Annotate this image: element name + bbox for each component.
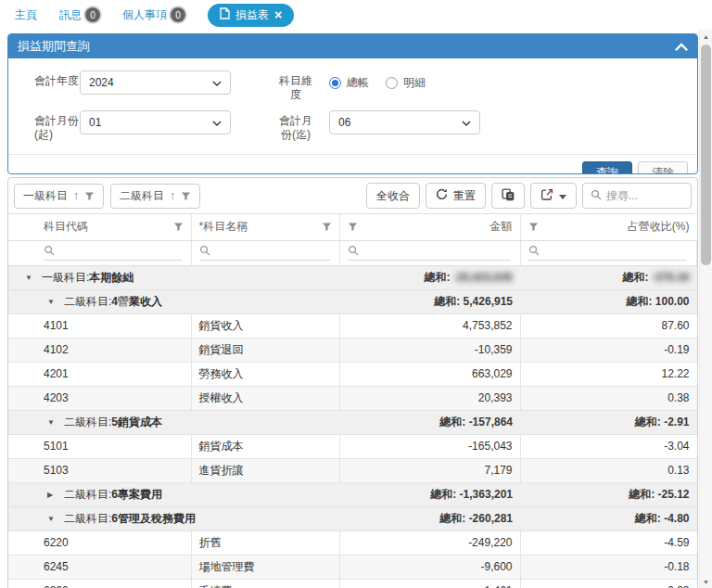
sort-up-icon[interactable]: ↑ <box>73 189 79 202</box>
column-label: 科目代碼 <box>44 219 88 235</box>
close-icon[interactable]: × <box>274 8 282 21</box>
panel-header[interactable]: 損益期間查詢 <box>8 34 697 58</box>
column-label: 金額 <box>490 219 513 235</box>
scrollbar-thumb[interactable] <box>701 45 711 265</box>
group-name: 6管理及稅務費用 <box>111 511 196 527</box>
group-sum-pct: 總和: -2.91 <box>520 410 697 434</box>
export-button[interactable] <box>530 183 577 209</box>
group-name: 本期餘絀 <box>89 270 134 286</box>
column-filter-input-2[interactable] <box>362 243 511 256</box>
group-chip-1[interactable]: 二級科目↑ <box>110 184 200 209</box>
table-row[interactable]: 5103進貨折讓7,1790.13 <box>8 458 697 482</box>
radio-selected-icon[interactable] <box>329 77 341 89</box>
query-button[interactable]: 查詢 <box>582 161 632 174</box>
group-row[interactable]: ▼二級科目: 5銷貨成本總和: -157,864總和: -2.91 <box>8 410 697 434</box>
header-row: 科目代碼*科目名稱金額占營收比(%) <box>8 214 697 240</box>
report-table: 科目代碼*科目名稱金額占營收比(%) ▼一級科目: 本期餘絀總和: -20,42… <box>8 214 697 588</box>
column-filter-input-1[interactable] <box>214 243 330 256</box>
cell-revenue-pct: -0.03 <box>520 579 697 588</box>
column-filter-input-3[interactable] <box>543 243 688 256</box>
radio-option-detail[interactable]: 明細 <box>386 75 426 91</box>
collapse-group-icon[interactable]: ▼ <box>47 515 64 523</box>
panel-title: 損益期間查詢 <box>18 38 90 55</box>
radio-unselected-icon[interactable] <box>386 77 398 89</box>
filter-icon[interactable] <box>181 191 191 201</box>
scroll-up-icon[interactable]: ▲ <box>700 33 712 40</box>
column-header-1[interactable]: *科目名稱 <box>191 214 339 240</box>
group-row[interactable]: ▼二級科目: 4營業收入總和: 5,426,915總和: 100.00 <box>8 289 697 313</box>
cell-amount: 4,753,852 <box>339 313 520 338</box>
year-select[interactable]: 2024 <box>80 70 231 95</box>
collapse-group-icon[interactable]: ▼ <box>25 274 42 282</box>
table-row[interactable]: 5101銷貨成本-165,043-3.04 <box>8 434 697 458</box>
tab-item-3-active[interactable]: 損益表× <box>208 4 294 27</box>
collapse-all-button[interactable]: 全收合 <box>366 183 420 209</box>
column-header-2[interactable]: 金額 <box>339 214 520 240</box>
collapse-group-icon[interactable]: ▼ <box>47 298 64 306</box>
panel-actions: 查詢 清除 <box>8 154 697 174</box>
table-row[interactable]: 4201勞務收入663,02912.22 <box>8 362 697 386</box>
year-label: 會計年度 <box>34 70 80 88</box>
table-row[interactable]: 6245場地管理費-9,600-0.18 <box>8 555 697 579</box>
grid-search <box>582 183 692 209</box>
filter-icon[interactable] <box>528 222 539 232</box>
group-row[interactable]: ▼二級科目: 6管理及稅務費用總和: -260,281總和: -4.80 <box>8 506 697 530</box>
export-icon <box>540 188 553 204</box>
filter-cell-1 <box>191 240 339 265</box>
grid-tools: 全收合 重置 <box>366 183 692 209</box>
tab-item-2[interactable]: 個人事項0 <box>122 7 185 23</box>
month-to-value: 06 <box>338 116 350 129</box>
filter-cell-3 <box>520 240 697 265</box>
cell-amount: -249,220 <box>339 530 520 555</box>
tab-item-0[interactable]: 主頁 <box>15 7 37 23</box>
cell-amount: -10,359 <box>339 338 520 362</box>
radio-option-ledger[interactable]: 總帳 <box>329 75 369 91</box>
filter-icon[interactable] <box>173 222 184 232</box>
column-filter-input-0[interactable] <box>58 243 182 256</box>
group-chip-0[interactable]: 一級科目↑ <box>14 184 104 209</box>
reset-button[interactable]: 重置 <box>426 183 486 209</box>
column-label: 占營收比(%) <box>628 219 690 235</box>
radio-label: 總帳 <box>347 75 369 91</box>
search-icon <box>199 245 210 256</box>
query-panel: 損益期間查詢 會計年度 2024 科目維度 總帳 明細 <box>7 33 698 174</box>
expand-group-icon[interactable]: ▶ <box>47 491 64 499</box>
month-to-select[interactable]: 06 <box>329 110 480 134</box>
table-body: ▼一級科目: 本期餘絀總和: -20,423,635總和: -376.34▼二級… <box>8 265 697 588</box>
search-input[interactable] <box>606 189 683 202</box>
cell-account-name: 進貨折讓 <box>191 458 339 482</box>
document-icon <box>220 7 230 22</box>
group-row[interactable]: ▶二級科目: 6專案費用總和: -1,363,201總和: -25.12 <box>8 482 697 506</box>
table-row[interactable]: 4101銷貨收入4,753,85287.60 <box>8 313 697 338</box>
column-header-0[interactable]: 科目代碼 <box>8 214 191 240</box>
clear-button[interactable]: 清除 <box>638 161 688 174</box>
tab-item-1[interactable]: 訊息0 <box>59 7 100 23</box>
copy-icon <box>502 188 515 204</box>
month-from-select[interactable]: 01 <box>80 110 231 134</box>
table-row[interactable]: 4102銷貨退回-10,359-0.19 <box>8 338 697 362</box>
cell-account-name: 銷貨收入 <box>191 313 339 338</box>
cell-revenue-pct: 12.22 <box>520 362 697 386</box>
vertical-scrollbar[interactable]: ▲ ▼ <box>699 30 712 588</box>
scroll-down-icon[interactable]: ▼ <box>700 579 712 585</box>
sort-up-icon[interactable]: ↑ <box>170 189 175 202</box>
group-row[interactable]: ▼一級科目: 本期餘絀總和: -20,423,635總和: -376.34 <box>8 265 697 289</box>
panel-body: 會計年度 2024 科目維度 總帳 明細 會計月份(起) 01 <box>8 58 697 173</box>
collapse-group-icon[interactable]: ▼ <box>47 418 64 427</box>
chevron-up-icon[interactable] <box>675 40 688 54</box>
column-header-3[interactable]: 占營收比(%) <box>520 214 697 240</box>
cell-amount: 7,179 <box>339 458 520 482</box>
filter-icon[interactable] <box>348 222 358 232</box>
month-from-label: 會計月份(起) <box>34 110 80 142</box>
cell-account-code: 4203 <box>8 386 191 410</box>
filter-icon[interactable] <box>84 191 95 201</box>
tab-badge: 0 <box>171 7 185 22</box>
copy-button[interactable] <box>491 183 525 209</box>
group-prefix: 二級科目: <box>64 294 111 310</box>
table-row[interactable]: 6220折舊-249,220-4.59 <box>8 530 697 555</box>
table-row[interactable]: 4203授權收入20,3930.38 <box>8 386 697 410</box>
cell-account-name: 折舊 <box>191 530 339 555</box>
cell-amount: 663,029 <box>339 362 520 386</box>
table-row[interactable]: 6260手續費-1,461-0.03 <box>8 579 697 588</box>
filter-icon[interactable] <box>322 222 332 232</box>
